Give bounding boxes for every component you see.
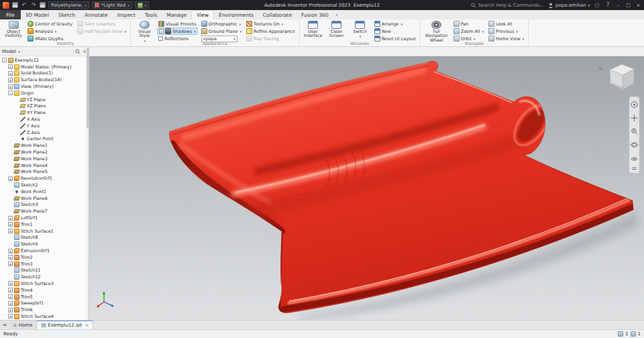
doc-tab-exemplu12-ipt[interactable]: ▤Exemplu12.ipt× [37,321,93,329]
button-object-visibility[interactable]: ObjectVisibility [3,20,24,38]
tree-expander-icon[interactable]: + [8,78,13,82]
tree-expander-icon[interactable]: + [8,314,13,319]
tree-item-solid-bodies-1[interactable]: +Solid Bodies(1) [0,70,89,77]
tree-item-sketch2[interactable]: Sketch2 [0,182,89,188]
button-previous[interactable]: Previous▾ [487,27,525,35]
viewcube-home-icon[interactable]: ⌂ [599,65,602,71]
tree-expander-icon[interactable]: + [8,229,13,233]
tab-annotate[interactable]: Annotate [80,10,112,19]
tree-item-trim5[interactable]: +Trim5 [0,294,89,300]
viewport-3d[interactable]: ⌂ FRONT [89,56,644,320]
tree-expander-icon[interactable]: + [8,301,13,306]
tab-collaborate[interactable]: Collaborate [258,10,297,19]
scrollbar-thumb[interactable] [87,48,89,128]
button-pan[interactable]: Pan [452,20,485,27]
tree-item-center-point[interactable]: Center Point [0,136,89,143]
tree-item-trim3[interactable]: +Trim3 [0,261,89,268]
tree-item-revolutionsrf1[interactable]: +RevolutionSrf1 [0,175,89,182]
tree-item-trim2[interactable]: +Trim2 [0,254,89,261]
tree-item-work-plane3[interactable]: Work Plane3 [0,156,89,162]
quick-access-extra-dropdown[interactable]: ▾ [135,1,150,9]
tab-sketch[interactable]: Sketch [54,10,80,19]
tree-item-trim6[interactable]: +Trim6 [0,306,89,313]
tree-item-work-plane5[interactable]: Work Plane5 [0,169,89,176]
button-half-section-view[interactable]: Half Section View▾ [76,27,127,35]
tree-item-loftsrf1[interactable]: +LoftSrf1 [0,215,89,221]
button-clean-screen[interactable]: CleanScreen [326,20,347,38]
tree-item-work-point1[interactable]: Work Point1 [0,188,89,195]
tab-tools[interactable]: Tools [140,10,162,19]
minimize-button[interactable]: – [615,3,621,8]
ribbon-options-arrow-icon[interactable]: ▾ [333,10,341,19]
tree-expander-icon[interactable]: + [8,281,13,286]
tree-item-z-axis[interactable]: Z Axis [0,129,89,136]
viewport-canvas[interactable]: ⌂ FRONT [89,56,644,320]
tree-item-origin[interactable]: −Origin [0,90,89,97]
tree-expander-icon[interactable]: + [8,262,13,266]
tree-item-sketch11[interactable]: Sketch11 [0,268,89,274]
tree-expander-icon[interactable]: + [8,64,13,69]
close-button[interactable]: × [635,3,641,8]
button-visual-presets[interactable]: Visual Presets [157,20,198,27]
tree-item-work-plane4[interactable]: Work Plane4 [0,162,89,169]
tree-item-view-primary[interactable]: +View: [Primary] [0,83,89,90]
tree-expander-icon[interactable]: + [8,71,13,76]
tree-item-sketch8[interactable]: Sketch8 [0,235,89,241]
tree-expander-icon[interactable]: + [8,176,13,181]
tab-manage[interactable]: Manage [162,10,191,19]
reflections-checkbox[interactable] [158,36,163,41]
tree-expander-icon[interactable]: + [8,255,13,260]
tree-item-y-axis[interactable]: Y Axis [0,123,89,129]
tab-fusion-360[interactable]: Fusion 360 [297,10,333,19]
tab-file[interactable]: File [0,10,21,19]
tree-expander-icon[interactable]: − [8,91,13,95]
tab-environments[interactable]: Environments [214,10,258,19]
button-analysis[interactable]: Analysis▾ [26,27,74,35]
button-zoom-all[interactable]: Zoom All▾ [452,27,485,35]
tree-item-work-plane1[interactable]: Work Plane1 [0,142,89,149]
tree-expander-icon[interactable]: + [8,84,13,89]
button-refine-appearance[interactable]: Refine Appearance [245,27,297,35]
tree-expander-icon[interactable]: + [8,294,13,299]
tree-item-surface-bodies-14[interactable]: +Surface Bodies(14) [0,76,89,83]
tree-item-yz-plane[interactable]: YZ Plane [0,97,89,103]
button-orthographic[interactable]: Orthographic▾ [200,20,243,27]
shadows-checkbox[interactable]: ✓ [159,29,164,34]
appearance-dropdown[interactable]: *Light Red▾ [92,1,132,9]
tree-item-stitch-surface1[interactable]: +Stitch Surface1 [0,228,89,235]
tree-item-x-axis[interactable]: X Axis [0,116,89,123]
tab-3d-model[interactable]: 3D Model [21,10,54,19]
button-shadows[interactable]: ✓Shadows▾ [157,27,198,35]
save-icon[interactable] [12,2,18,8]
button-look-at[interactable]: Look At [487,20,525,27]
tree-item-sweepsrf1[interactable]: +SweepSrf1 [0,300,89,306]
button-new[interactable]: New [373,27,417,35]
tab-view[interactable]: View [191,10,214,19]
tree-item-sketch3[interactable]: Sketch3 [0,202,89,209]
print-icon[interactable] [40,2,46,8]
tree-item-trim4[interactable]: +Trim4 [0,287,89,294]
tree-item-sketch9[interactable]: Sketch9 [0,241,89,247]
tree-item-work-plane2[interactable]: Work Plane2 [0,149,89,156]
button-visual-style[interactable]: VisualStyle▾ [133,20,155,43]
tree-expander-icon[interactable]: + [8,249,13,253]
tree-item-xz-plane[interactable]: XZ Plane [0,103,89,110]
tree-expander-icon[interactable]: + [8,216,13,221]
tree-item-work-plane7[interactable]: Work Plane7 [0,208,89,215]
navigation-bar[interactable] [629,97,639,173]
button-ground-plane[interactable]: Ground Plane▾ [200,27,243,35]
tab-inspect[interactable]: Inspect [113,10,140,19]
tab-list-icon[interactable]: ≡ [0,321,9,329]
tree-item-stitch-surface4[interactable]: +Stitch Surface4 [0,313,89,320]
tree-item-stitch-surface3[interactable]: +Stitch Surface3 [0,280,89,287]
chevron-down-icon[interactable]: ▾ [18,50,20,54]
maximize-button[interactable]: □ [625,3,631,8]
tree-expander-icon[interactable]: + [8,308,13,313]
undo-icon[interactable]: ↶ [21,2,28,9]
tree-expander-icon[interactable]: + [8,288,13,292]
account-menu[interactable]: popa.emilian ▾ [548,3,590,8]
help-search-input[interactable]: Search Help & Commands... [471,3,544,8]
doc-tab-home[interactable]: ⌂Home [9,321,37,329]
tree-item-xy-plane[interactable]: XY Plane [0,109,89,116]
tree-expander-icon[interactable]: − [2,58,7,62]
